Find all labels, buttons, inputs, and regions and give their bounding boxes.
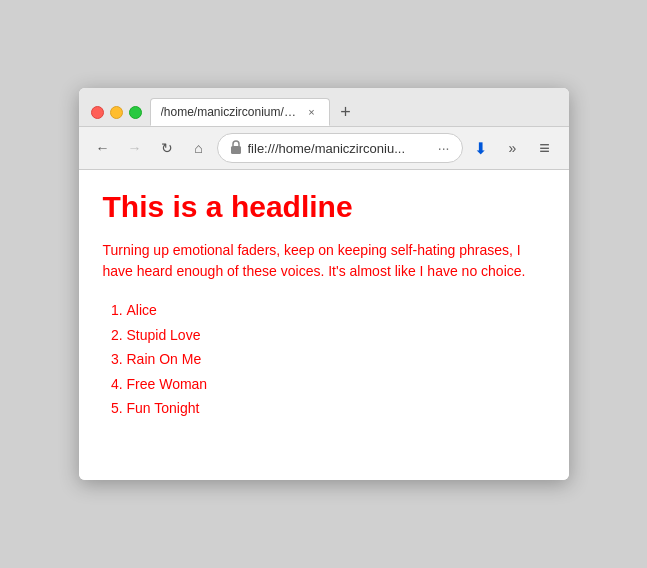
nav-bar: ← → ↻ ⌂ file:///home/maniczirconiu... ··… [79, 127, 569, 170]
page-content: This is a headline Turning up emotional … [79, 170, 569, 480]
title-bar: /home/maniczirconium/Deskt... × + [79, 88, 569, 127]
tab-bar: /home/maniczirconium/Deskt... × + [150, 98, 557, 126]
page-headline: This is a headline [103, 190, 545, 224]
address-bar[interactable]: file:///home/maniczirconiu... ··· [217, 133, 463, 163]
active-tab[interactable]: /home/maniczirconium/Deskt... × [150, 98, 330, 126]
forward-button[interactable]: → [121, 134, 149, 162]
page-paragraph: Turning up emotional faders, keep on kee… [103, 240, 545, 282]
tab-close-button[interactable]: × [305, 105, 319, 119]
home-button[interactable]: ⌂ [185, 134, 213, 162]
menu-button[interactable]: ≡ [531, 134, 559, 162]
maximize-button[interactable] [129, 106, 142, 119]
list-item: Fun Tonight [127, 396, 545, 421]
download-button[interactable]: ⬇ [467, 134, 495, 162]
new-tab-button[interactable]: + [332, 98, 360, 126]
tab-title: /home/maniczirconium/Deskt... [161, 105, 299, 119]
browser-window: /home/maniczirconium/Deskt... × + ← → ↻ … [79, 88, 569, 480]
back-button[interactable]: ← [89, 134, 117, 162]
traffic-lights [91, 106, 142, 119]
reload-button[interactable]: ↻ [153, 134, 181, 162]
list-item: Stupid Love [127, 323, 545, 348]
url-text: file:///home/maniczirconiu... [248, 141, 432, 156]
list-item: Free Woman [127, 372, 545, 397]
page-list: AliceStupid LoveRain On MeFree WomanFun … [103, 298, 545, 421]
security-icon [230, 140, 242, 157]
list-item: Alice [127, 298, 545, 323]
svg-rect-0 [231, 146, 241, 154]
list-item: Rain On Me [127, 347, 545, 372]
address-options-button[interactable]: ··· [438, 140, 450, 156]
minimize-button[interactable] [110, 106, 123, 119]
close-button[interactable] [91, 106, 104, 119]
more-tools-button[interactable]: » [499, 134, 527, 162]
